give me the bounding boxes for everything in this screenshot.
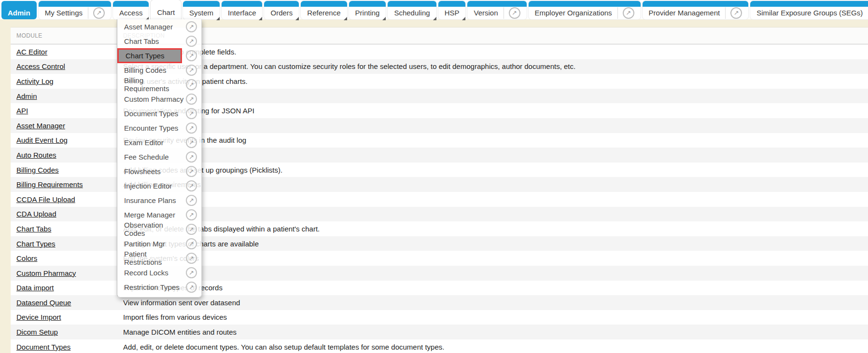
menu-item-label: Patient Restrictions (117, 251, 186, 265)
launch-icon[interactable]: ↗ (186, 36, 197, 47)
module-link[interactable]: CCDA File Upload (16, 195, 75, 204)
menu-item-label: Insurance Plans (117, 193, 186, 207)
launch-icon[interactable]: ↗ (730, 7, 742, 19)
tab-chart[interactable]: Chart (151, 0, 181, 19)
menu-item-label: Asset Manager (117, 19, 186, 34)
menu-item-label: Custom Pharmacy (117, 92, 186, 106)
tab-label: Version (474, 9, 498, 17)
tab-system[interactable]: System (183, 1, 220, 19)
menu-item-document-types[interactable]: Document Types ↗ (117, 106, 201, 121)
launch-icon[interactable]: ↗ (186, 224, 197, 235)
module-link[interactable]: API (16, 107, 28, 115)
module-link[interactable]: Chart Types (16, 240, 56, 248)
module-description: Select a specific user, or a department.… (123, 62, 868, 70)
module-link[interactable]: Device Import (16, 313, 61, 321)
menu-item-encounter-types[interactable]: Encounter Types ↗ (117, 121, 201, 135)
menu-item-merge-manager[interactable]: Merge Manager ↗ (117, 207, 201, 222)
module-link[interactable]: Audit Event Log (16, 136, 68, 144)
chart-dropdown-menu: Asset Manager ↗ Chart Tabs ↗ Chart Types… (117, 19, 202, 298)
tab-scheduling[interactable]: Scheduling (388, 1, 436, 19)
module-link[interactable]: Colors (16, 254, 37, 262)
tab-access[interactable]: Access (113, 1, 149, 19)
menu-item-billing-requirements[interactable]: Billing Requirements ↗ (117, 77, 201, 92)
launch-icon[interactable]: ↗ (186, 180, 197, 191)
module-link[interactable]: Document Types (16, 343, 70, 351)
table-row-document-types: Document Types Add, edit, or delete docu… (11, 339, 868, 353)
tab-employer-organizations[interactable]: Employer Organizations ↗ (529, 1, 641, 19)
menu-item-fee-schedule[interactable]: Fee Schedule ↗ (117, 149, 201, 164)
menu-item-flowsheets[interactable]: Flowsheets ↗ (117, 164, 201, 178)
tab-interface[interactable]: Interface (222, 1, 262, 19)
module-link[interactable]: CDA Upload (16, 210, 56, 218)
launch-icon[interactable]: ↗ (186, 267, 197, 278)
menu-item-restriction-types[interactable]: Restriction Types ↗ (117, 280, 201, 294)
launch-icon[interactable]: ↗ (186, 50, 197, 61)
tab-label: Interface (228, 9, 256, 17)
menu-item-exam-editor[interactable]: Exam Editor ↗ (117, 135, 201, 149)
menu-item-label: Exam Editor (117, 135, 186, 149)
menu-item-insurance-plans[interactable]: Insurance Plans ↗ (117, 193, 201, 207)
launch-icon[interactable]: ↗ (186, 209, 197, 220)
menu-item-partition-mgr[interactable]: Partition Mgr ↗ (117, 236, 201, 251)
launch-icon[interactable]: ↗ (186, 137, 197, 148)
module-link[interactable]: Admin (16, 92, 37, 100)
tab-printing[interactable]: Printing (349, 1, 386, 19)
tab-label: Orders (270, 9, 293, 17)
launch-icon[interactable]: ↗ (186, 238, 197, 249)
module-description: Add billing codes and set up groupings (… (123, 166, 868, 174)
tab-similar-exposure-groups-segs[interactable]: Similar Exposure Groups (SEGs) ↗ (750, 1, 868, 19)
module-link[interactable]: Dicom Setup (16, 328, 58, 336)
table-row-device-import: Device Import Import files from various … (11, 310, 868, 325)
module-link[interactable]: Activity Log (16, 77, 54, 85)
module-link[interactable]: AC Editor (16, 48, 47, 56)
module-link[interactable]: Access Control (16, 62, 65, 70)
launch-icon[interactable]: ↗ (186, 21, 197, 32)
tab-divider (88, 7, 88, 19)
launch-icon[interactable]: ↗ (509, 7, 520, 19)
tab-version[interactable]: Version ↗ (467, 1, 526, 19)
launch-icon[interactable]: ↗ (186, 94, 197, 105)
module-description: Review security events in the audit log (123, 136, 868, 144)
tab-admin[interactable]: Admin (1, 1, 37, 19)
module-link[interactable]: Datasend Queue (16, 299, 71, 307)
tab-label: Access (119, 9, 142, 17)
tab-hsp[interactable]: HSP (438, 1, 466, 19)
tab-my-settings[interactable]: My Settings ↗ (39, 1, 111, 19)
module-link[interactable]: Chart Tabs (16, 225, 51, 233)
launch-icon[interactable]: ↗ (186, 166, 197, 177)
menu-item-injection-editor[interactable]: Injection Editor ↗ (117, 178, 201, 193)
tab-orders[interactable]: Orders (264, 1, 299, 19)
launch-icon[interactable]: ↗ (186, 151, 197, 163)
launch-icon[interactable]: ↗ (186, 122, 197, 134)
menu-item-asset-manager[interactable]: Asset Manager ↗ (117, 19, 201, 34)
menu-item-label: Billing Requirements (117, 77, 186, 92)
module-link[interactable]: Billing Codes (16, 166, 59, 174)
menu-item-record-locks[interactable]: Record Locks ↗ (117, 265, 201, 280)
menu-item-chart-types[interactable]: Chart Types ↗ (117, 48, 201, 63)
menu-item-label: Injection Editor (117, 178, 186, 193)
launch-icon[interactable]: ↗ (623, 7, 634, 19)
module-description: Edit, or delete auto complete fields. (123, 48, 868, 56)
launch-icon[interactable]: ↗ (186, 65, 197, 76)
menu-item-patient-restrictions[interactable]: Patient Restrictions ↗ (117, 251, 201, 265)
tab-provider-management[interactable]: Provider Management ↗ (643, 1, 749, 19)
launch-icon[interactable]: ↗ (186, 79, 197, 90)
module-link[interactable]: Custom Pharmacy (16, 269, 76, 277)
launch-icon[interactable]: ↗ (93, 7, 105, 19)
module-link[interactable]: Auto Routes (16, 151, 56, 159)
module-link[interactable]: Billing Requirements (16, 180, 83, 189)
menu-item-observation-codes[interactable]: Observation Codes ↗ (117, 222, 201, 236)
launch-icon[interactable]: ↗ (186, 253, 197, 264)
tab-reference[interactable]: Reference (301, 1, 347, 19)
launch-icon[interactable]: ↗ (186, 108, 197, 119)
launch-icon[interactable]: ↗ (186, 282, 197, 293)
tab-label: Scheduling (394, 9, 430, 17)
launch-icon[interactable]: ↗ (186, 195, 197, 206)
tab-divider (504, 7, 504, 19)
tab-label: Admin (8, 9, 30, 17)
menu-item-custom-pharmacy[interactable]: Custom Pharmacy ↗ (117, 92, 201, 106)
module-link[interactable]: Asset Manager (16, 122, 65, 130)
menu-item-chart-tabs[interactable]: Chart Tabs ↗ (117, 34, 201, 48)
module-link[interactable]: Data import (16, 284, 54, 292)
menu-item-billing-codes[interactable]: Billing Codes ↗ (117, 63, 201, 77)
